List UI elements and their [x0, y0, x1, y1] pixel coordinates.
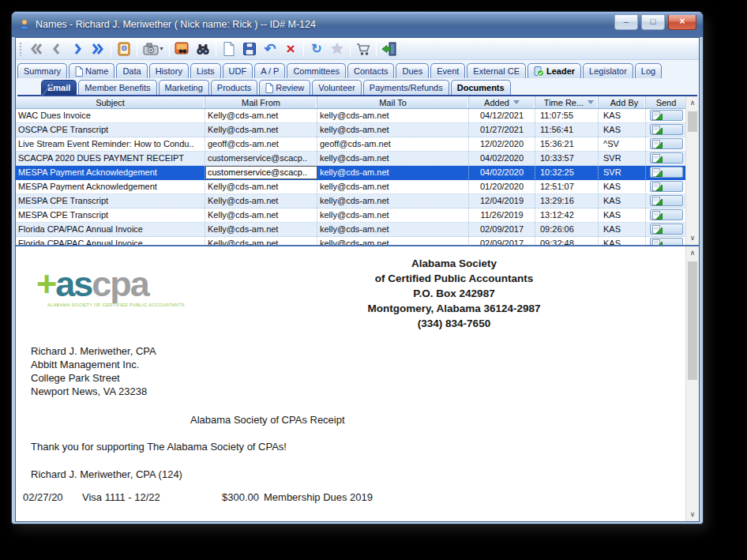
shopping-cart-button[interactable]	[353, 39, 374, 58]
tab-committees[interactable]: Committees	[287, 63, 346, 78]
refresh-button[interactable]: ↻	[306, 39, 327, 58]
ascpa-logo: +ascpa ALABAMA SOCIETY OF CERTIFIED PUBL…	[36, 267, 178, 307]
table-row[interactable]: SCACPA 2020 DUES PAYMENT RECEIPT custome…	[16, 152, 699, 166]
next-record-icon	[69, 41, 85, 57]
receipt-document: +ascpa ALABAMA SOCIETY OF CERTIFIED PUBL…	[16, 246, 685, 521]
table-row[interactable]: WAC Dues Invoice Kelly@cds-am.net kelly@…	[16, 109, 699, 123]
column-header-mail-from[interactable]: Mail From	[205, 96, 317, 108]
column-header-send[interactable]: Send	[646, 96, 687, 108]
toolbar-separator	[137, 41, 137, 57]
tab-event[interactable]: Event	[430, 63, 465, 78]
minimize-button[interactable]: –	[614, 15, 638, 30]
maximize-button[interactable]: □	[641, 15, 665, 30]
tab-member-benefits[interactable]: Member Benefits	[78, 80, 156, 95]
column-header-mail-to[interactable]: Mail To	[317, 96, 469, 108]
table-row[interactable]: Florida CPA/PAC Annual Invoice Kelly@cds…	[16, 223, 699, 237]
find-image-button[interactable]	[172, 39, 193, 58]
new-record-button[interactable]	[219, 39, 239, 58]
first-record-button[interactable]	[26, 39, 47, 58]
logo-tagline: ALABAMA SOCIETY OF CERTIFIED PUBLIC ACCO…	[47, 303, 178, 307]
send-email-button[interactable]	[650, 152, 683, 163]
send-email-button[interactable]	[650, 181, 683, 192]
sort-arrow-icon[interactable]	[513, 100, 520, 104]
titlebar: Names - Richard J. Meriwether ( Nick nam…	[12, 12, 703, 37]
column-header-time-received[interactable]: Time Re...	[535, 96, 599, 108]
table-row[interactable]: OSCPA CPE Transcript Kelly@cds-am.net ke…	[16, 123, 699, 137]
grid-scrollbar[interactable]: ∧ ∨	[685, 96, 699, 245]
save-button[interactable]	[239, 39, 260, 58]
sort-arrow-icon[interactable]	[587, 100, 594, 104]
send-email-button[interactable]	[650, 195, 683, 206]
favorites-button[interactable]: ★	[327, 39, 347, 58]
grid-scrollbar-thumb[interactable]	[688, 111, 697, 132]
undo-button[interactable]: ↶	[260, 39, 280, 58]
tab-udf[interactable]: UDF	[223, 63, 253, 78]
tab-review[interactable]: Review	[259, 80, 310, 95]
table-row[interactable]: MESPA CPE Transcript Kelly@cds-am.net ke…	[16, 194, 699, 209]
last-record-button[interactable]	[88, 39, 108, 58]
tab-dues[interactable]: Dues	[396, 63, 429, 78]
tab-name[interactable]: Name	[69, 63, 114, 78]
tab-legislator[interactable]: Legislator	[583, 63, 633, 78]
send-email-button[interactable]	[650, 238, 683, 245]
tab-contacts[interactable]: Contacts	[347, 63, 394, 78]
send-email-button[interactable]	[650, 110, 683, 121]
tab-ap[interactable]: A / P	[254, 63, 285, 78]
send-email-button[interactable]	[650, 224, 683, 235]
tab-leader[interactable]: Leader	[527, 63, 581, 78]
table-row[interactable]: MESPA Payment Acknowledgement Kelly@cds-…	[16, 180, 699, 194]
exit-door-icon	[381, 41, 397, 57]
tab-log[interactable]: Log	[635, 63, 662, 78]
editing-cell[interactable]: customerservice@scacp..	[205, 166, 317, 179]
tab-data[interactable]: Data	[116, 63, 147, 78]
send-email-button[interactable]	[650, 209, 683, 220]
binoculars-button[interactable]	[193, 39, 213, 58]
tab-lists[interactable]: Lists	[190, 63, 221, 78]
toolbar-separator	[303, 41, 304, 57]
toolbar-separator	[111, 41, 111, 57]
scroll-up-icon[interactable]: ∧	[686, 246, 699, 260]
tab-summary[interactable]: Summary	[17, 63, 67, 78]
previous-record-button[interactable]	[47, 39, 67, 58]
table-row[interactable]: Live Stream Event Reminder: How to Condu…	[16, 137, 699, 152]
preview-scrollbar[interactable]: ∧ ∨	[685, 246, 699, 521]
send-email-button[interactable]	[650, 124, 683, 135]
toolbar-separator	[376, 41, 377, 57]
shopping-cart-icon	[355, 41, 371, 57]
table-row-selected[interactable]: MESPA Payment Acknowledgement customerse…	[16, 166, 699, 180]
toolbar-grip[interactable]	[19, 42, 23, 56]
person-icon	[18, 18, 31, 31]
exit-button[interactable]	[379, 39, 400, 58]
camera-button[interactable]: ▾	[140, 39, 167, 58]
thank-you-line: Thank you for supporting The Alabama Soc…	[31, 441, 287, 453]
delete-icon: ×	[286, 40, 295, 58]
tab-external-ce[interactable]: External CE	[467, 63, 526, 78]
delete-button[interactable]: ×	[280, 39, 301, 58]
close-button[interactable]: ×	[668, 15, 696, 30]
refresh-icon: ↻	[311, 41, 321, 56]
address-book-icon	[116, 41, 132, 57]
column-header-added[interactable]: Added	[469, 96, 535, 108]
preview-scrollbar-thumb[interactable]	[688, 261, 697, 380]
grid-rows: WAC Dues Invoice Kelly@cds-am.net kelly@…	[16, 109, 699, 245]
tab-volunteer[interactable]: Volunteer	[312, 80, 361, 95]
column-header-subject[interactable]: Subject	[16, 96, 205, 108]
tab-products[interactable]: Products	[211, 80, 257, 95]
column-header-add-by[interactable]: Add By	[599, 96, 646, 108]
send-mail-icon	[652, 111, 663, 120]
send-email-button[interactable]	[650, 138, 683, 149]
address-book-button[interactable]	[114, 39, 134, 58]
tab-history[interactable]: History	[149, 63, 189, 78]
scroll-down-icon[interactable]: ∨	[686, 231, 699, 245]
tab-documents[interactable]: Documents	[451, 80, 511, 95]
tab-payments-refunds[interactable]: Payments/Refunds	[363, 80, 449, 95]
scroll-down-icon[interactable]: ∨	[686, 508, 699, 521]
tab-marketing[interactable]: Marketing	[159, 80, 209, 95]
table-row[interactable]: MESPA CPE Transcript Kelly@cds-am.net ke…	[16, 209, 699, 223]
camera-icon	[143, 41, 159, 57]
next-record-button[interactable]	[67, 39, 88, 58]
send-email-button[interactable]	[650, 167, 683, 178]
table-row-clipped[interactable]: Florida CPA/PAC Annual Invoice Kelly@cds…	[16, 237, 699, 245]
camera-dropdown-caret[interactable]: ▾	[160, 45, 163, 52]
scroll-up-icon[interactable]: ∧	[686, 96, 699, 110]
